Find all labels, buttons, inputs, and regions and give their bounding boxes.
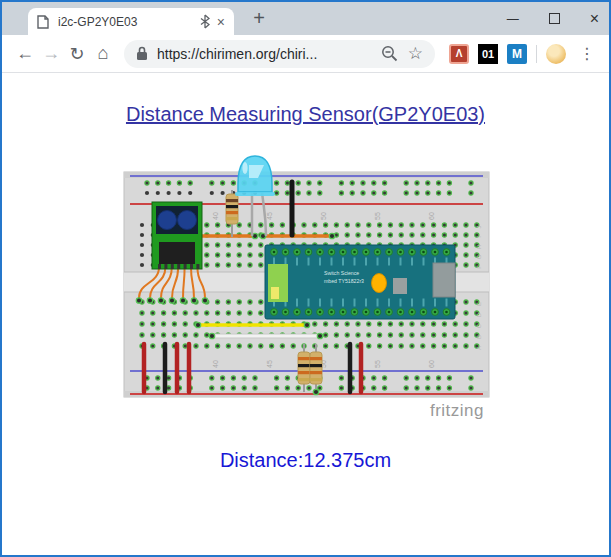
svg-text:45: 45 [266,360,273,368]
mbed-label-line1: Switch Science [324,270,359,276]
zoom-indicator-icon[interactable] [381,45,398,62]
svg-text:A: A [476,346,482,350]
svg-text:E: E [476,302,482,306]
window-maximize-button[interactable] [549,13,560,24]
forward-icon[interactable]: → [38,43,64,64]
page-title-link[interactable]: Distance Measuring Sensor(GP2Y0E03) [126,103,485,126]
svg-text:55: 55 [374,360,381,368]
page-content: Distance Measuring Sensor(GP2Y0E03) 4040… [2,74,609,555]
svg-text:40: 40 [212,212,219,220]
svg-text:40: 40 [212,360,219,368]
m-extension-icon[interactable]: M [507,44,527,64]
reload-icon[interactable]: ↻ [64,43,90,65]
extensions-row: Λ 01 M ⋮ [443,44,599,64]
svg-text:B: B [476,335,482,339]
window-minimize-button[interactable]: — [507,13,519,25]
svg-text:45: 45 [266,212,273,220]
browser-toolbar: ← → ↻ ⌂ https://chirimen.org/chiri... ☆ … [2,35,609,73]
svg-text:D: D [476,312,482,317]
fritzing-watermark: fritzing [429,401,483,420]
svg-text:60: 60 [428,360,435,368]
svg-text:H: H [476,245,482,249]
address-bar[interactable]: https://chirimen.org/chiri... ☆ [124,40,435,68]
distance-readout: Distance:12.375cm [2,449,609,472]
svg-text:G: G [476,254,482,259]
url-text[interactable]: https://chirimen.org/chiri... [148,46,381,62]
window-close-button[interactable]: × [590,11,599,27]
circuit-figure: 40404545505055556060JIHGFEDCBA Switch Sc… [122,152,490,422]
bookmark-star-icon[interactable]: ☆ [408,43,423,64]
tab-close-icon[interactable]: × [217,15,225,29]
browser-menu-icon[interactable]: ⋮ [575,44,599,63]
svg-text:60: 60 [428,212,435,220]
svg-text:50: 50 [320,212,327,220]
breadboard-image: 40404545505055556060JIHGFEDCBA Switch Sc… [122,152,490,422]
svg-text:C: C [476,323,482,328]
toolbar-divider [536,45,537,63]
hamster-extension-icon[interactable] [546,44,566,64]
back-icon[interactable]: ← [12,43,38,64]
01-extension-icon[interactable]: 01 [478,44,498,64]
bluetooth-icon [200,14,210,29]
svg-text:F: F [476,265,482,269]
tab-strip: i2c-GP2Y0E03 × + — × [2,2,609,35]
home-icon[interactable]: ⌂ [90,43,116,64]
lock-icon [136,46,148,61]
window-controls: — × [507,2,599,35]
tab-title: i2c-GP2Y0E03 [49,15,200,29]
svg-text:55: 55 [374,212,381,220]
new-tab-button[interactable]: + [247,6,271,30]
page-favicon-icon [37,15,49,29]
svg-text:J: J [476,226,482,229]
pdf-extension-icon[interactable]: Λ [449,44,469,64]
browser-tab[interactable]: i2c-GP2Y0E03 × [28,8,234,35]
mbed-label-line2: mbed TY51822r3 [324,278,364,284]
